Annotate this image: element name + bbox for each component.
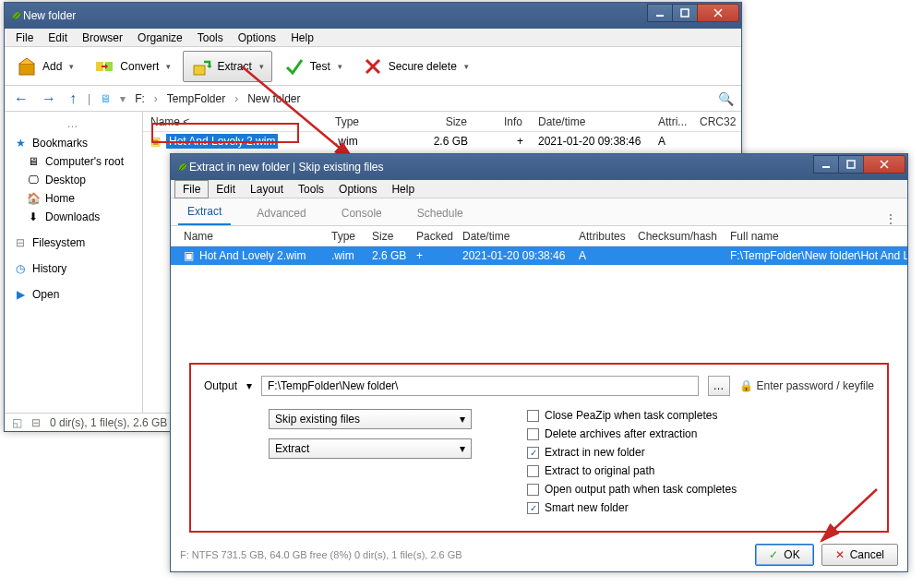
check-close[interactable]: Close PeaZip when task completes	[527, 409, 737, 422]
x-icon: ✕	[835, 548, 845, 561]
toolbar: Add▾ Convert▾ Extract▾ Test▾ Secure dele…	[5, 47, 741, 86]
clock-icon: ◷	[14, 262, 27, 275]
maximize-button[interactable]	[838, 155, 864, 174]
menu-file[interactable]: File	[8, 30, 41, 46]
close-button[interactable]	[697, 4, 739, 22]
sidebar-item[interactable]: ⬇Downloads	[8, 208, 138, 226]
col-attributes[interactable]: Attributes	[571, 230, 630, 243]
titlebar[interactable]: New folder	[5, 3, 741, 29]
home-icon: 🏠	[27, 192, 40, 205]
breadcrumb-seg[interactable]: TempFolder	[167, 92, 225, 105]
tab-schedule[interactable]: Schedule	[408, 201, 473, 225]
col-packed[interactable]: Packed	[409, 230, 455, 243]
breadcrumb-drive[interactable]: F:	[135, 92, 145, 105]
menu-edit[interactable]: Edit	[209, 181, 243, 198]
check-delete[interactable]: Delete archives after extraction	[527, 427, 737, 440]
forward-button[interactable]: →	[40, 90, 58, 107]
menu-browser[interactable]: Browser	[75, 30, 130, 46]
up-button[interactable]: ↑	[67, 90, 78, 107]
maximize-button[interactable]	[672, 4, 698, 22]
sidebar-bookmarks[interactable]: ★Bookmarks	[8, 134, 138, 152]
check-newfolder[interactable]: ✓Extract in new folder	[527, 446, 737, 459]
minimize-button[interactable]	[813, 155, 839, 174]
col-datetime[interactable]: Date/time	[531, 115, 651, 128]
check-smart[interactable]: ✓Smart new folder	[527, 501, 737, 514]
computer-icon[interactable]: 🖥	[100, 92, 111, 105]
file-row[interactable]: ▣ Hot And Lovely 2.wim .wim 2.6 GB + 202…	[143, 132, 741, 150]
menu-help[interactable]: Help	[384, 181, 422, 198]
menu-file[interactable]: File	[174, 180, 209, 198]
menu-tools[interactable]: Tools	[190, 30, 231, 46]
col-attr[interactable]: Attri...	[651, 115, 692, 128]
menu-options[interactable]: Options	[331, 181, 384, 198]
menu-organize[interactable]: Organize	[130, 30, 190, 46]
output-path-input[interactable]: F:\TempFolder\New folder\	[261, 376, 699, 396]
col-type[interactable]: Type	[324, 230, 365, 243]
menu-layout[interactable]: Layout	[243, 181, 291, 198]
menu-tools[interactable]: Tools	[291, 181, 331, 198]
corner-icon[interactable]: ◱	[12, 416, 22, 429]
chevron-down-icon: ▾	[166, 62, 171, 71]
sidebar-open[interactable]: ▶Open	[8, 285, 138, 304]
browse-button[interactable]: …	[708, 376, 730, 396]
col-size[interactable]: Size	[402, 115, 475, 128]
menu-edit[interactable]: Edit	[41, 30, 75, 46]
svg-rect-1	[681, 9, 689, 17]
col-type[interactable]: Type	[328, 115, 402, 128]
breadcrumb-seg[interactable]: New folder	[247, 92, 300, 105]
app-icon	[176, 161, 189, 174]
menu-help[interactable]: Help	[283, 30, 321, 46]
col-name[interactable]: Name	[176, 230, 324, 243]
tab-advanced[interactable]: Advanced	[247, 201, 315, 225]
sidebar-history[interactable]: ◷History	[8, 259, 138, 278]
column-headers[interactable]: Name < Type Size Info Date/time Attri...…	[143, 112, 741, 132]
cancel-button[interactable]: ✕Cancel	[821, 544, 898, 566]
close-button[interactable]	[863, 155, 905, 174]
check-openout[interactable]: Open output path when task completes	[527, 483, 737, 496]
titlebar[interactable]: Extract in new folder | Skip existing fi…	[171, 154, 907, 180]
col-crc[interactable]: CRC32	[692, 115, 738, 128]
file-list: Name Type Size Packed Date/time Attribut…	[171, 226, 907, 355]
sidebar-item[interactable]: 🖵Desktop	[8, 171, 138, 189]
add-button[interactable]: Add▾	[8, 51, 82, 82]
sidebar-item[interactable]: 🏠Home	[8, 189, 138, 208]
secure-delete-button[interactable]: Secure delete▾	[354, 51, 477, 82]
more-icon[interactable]: ⋮	[885, 212, 907, 225]
file-row[interactable]: ▣Hot And Lovely 2.wim .wim 2.6 GB + 2021…	[171, 246, 907, 265]
chevron-down-icon[interactable]: ▾	[246, 379, 252, 392]
col-checksum[interactable]: Checksum/hash	[630, 230, 723, 243]
col-name[interactable]: Name <	[143, 115, 328, 128]
extract-button[interactable]: Extract▾	[183, 51, 271, 82]
convert-button[interactable]: Convert▾	[86, 51, 179, 82]
menubar: File Edit Browser Organize Tools Options…	[5, 29, 741, 47]
sidebar-item[interactable]: 🖥Computer's root	[8, 152, 138, 171]
col-size[interactable]: Size	[365, 230, 409, 243]
col-fullname[interactable]: Full name	[723, 230, 907, 243]
tab-console[interactable]: Console	[332, 201, 391, 225]
column-headers[interactable]: Name Type Size Packed Date/time Attribut…	[171, 226, 907, 246]
menubar: File Edit Layout Tools Options Help	[171, 180, 907, 198]
password-button[interactable]: 🔒Enter password / keyfile	[739, 379, 874, 392]
lock-icon: 🔒	[739, 379, 753, 392]
check-original[interactable]: Extract to original path	[527, 464, 737, 477]
app-icon	[10, 9, 23, 22]
sidebar-filesystem[interactable]: ⊟Filesystem	[8, 234, 138, 252]
ok-button[interactable]: ✓OK	[755, 544, 813, 566]
tab-extract[interactable]: Extract	[178, 199, 231, 225]
menu-options[interactable]: Options	[231, 30, 283, 46]
minimize-button[interactable]	[647, 4, 673, 22]
col-datetime[interactable]: Date/time	[455, 230, 571, 243]
checkbox-icon: ✓	[527, 502, 539, 514]
convert-icon	[94, 56, 114, 77]
check-icon: ✓	[769, 548, 778, 561]
test-button[interactable]: Test▾	[276, 51, 351, 82]
col-info[interactable]: Info	[475, 115, 531, 128]
disk-icon[interactable]: ⊟	[31, 416, 41, 429]
checkbox-icon	[527, 465, 539, 477]
action-select[interactable]: Extract▾	[269, 438, 472, 459]
overwrite-select[interactable]: Skip existing files▾	[269, 409, 472, 429]
back-button[interactable]: ←	[12, 90, 30, 107]
search-icon[interactable]: 🔍	[718, 91, 734, 106]
sidebar: … ★Bookmarks 🖥Computer's root 🖵Desktop 🏠…	[5, 112, 143, 413]
sidebar-collapse-icon[interactable]: …	[8, 117, 138, 134]
